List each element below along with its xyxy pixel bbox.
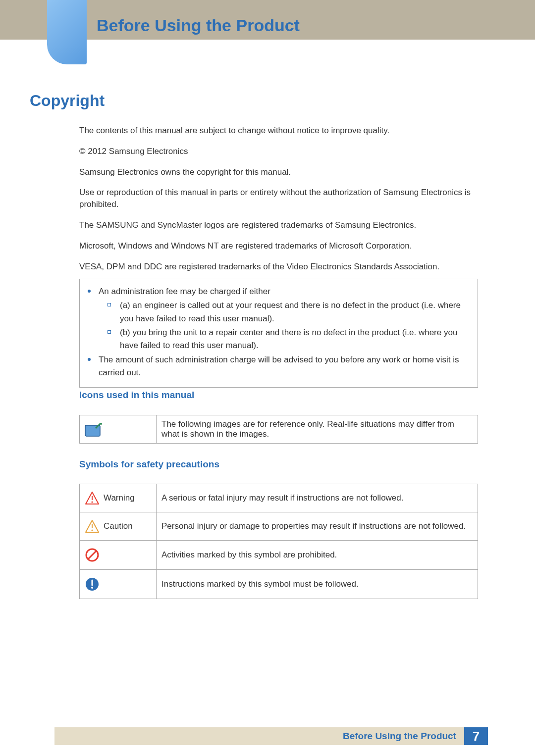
svg-point-11 xyxy=(91,587,93,589)
subheading-symbols: Symbols for safety precautions xyxy=(79,459,219,470)
list-item: (b) you bring the unit to a repair cente… xyxy=(86,326,472,353)
list-item: An administration fee may be charged if … xyxy=(86,285,472,298)
must-follow-icon xyxy=(85,577,100,592)
symbol-label: Warning xyxy=(104,493,135,503)
paragraph: VESA, DPM and DDC are registered tradema… xyxy=(79,261,478,273)
table-row: Instructions marked by this symbol must … xyxy=(80,570,478,599)
paragraph: The SAMSUNG and SyncMaster logos are reg… xyxy=(79,219,478,231)
paragraph: Samsung Electronics owns the copyright f… xyxy=(79,166,478,178)
list-item-text: An administration fee may be charged if … xyxy=(99,285,472,298)
icons-table: The following images are for reference o… xyxy=(79,415,478,444)
chapter-tab-decoration xyxy=(47,0,87,64)
icon-cell xyxy=(80,570,157,599)
paragraph: Microsoft, Windows and Windows NT are re… xyxy=(79,240,478,252)
list-item: (a) an engineer is called out at your re… xyxy=(86,299,472,325)
paragraph: The contents of this manual are subject … xyxy=(79,125,478,137)
list-item-text: (a) an engineer is called out at your re… xyxy=(120,299,472,325)
table-row: The following images are for reference o… xyxy=(80,415,478,444)
subheading-icons-used: Icons used in this manual xyxy=(79,390,194,401)
note-icon xyxy=(85,422,151,437)
symbol-desc: Instructions marked by this symbol must … xyxy=(157,570,478,599)
symbol-desc: Personal injury or damage to properties … xyxy=(157,512,478,541)
icon-desc: The following images are for reference o… xyxy=(157,415,478,444)
chapter-title: Before Using the Product xyxy=(97,16,300,35)
footer-chapter-title: Before Using the Product xyxy=(343,731,464,742)
table-row: Caution Personal injury or damage to pro… xyxy=(80,512,478,541)
list-item: The amount of such administration charge… xyxy=(86,353,472,380)
section-title-copyright: Copyright xyxy=(30,92,105,110)
icon-cell xyxy=(80,415,157,444)
svg-point-2 xyxy=(100,423,102,425)
svg-point-6 xyxy=(91,529,93,531)
list-item-text: (b) you bring the unit to a repair cente… xyxy=(120,326,472,353)
symbol-label: Caution xyxy=(104,521,133,531)
symbol-desc: A serious or fatal injury may result if … xyxy=(157,484,478,512)
caution-icon xyxy=(85,519,100,533)
admin-fee-box: An administration fee may be charged if … xyxy=(79,279,478,388)
sub-bullet-icon xyxy=(107,303,111,306)
symbol-desc: Activities marked by this symbol are pro… xyxy=(157,541,478,570)
icon-cell: Warning xyxy=(80,484,157,512)
icon-cell: Caution xyxy=(80,512,157,541)
footer-bar: Before Using the Product 7 xyxy=(54,727,488,745)
paragraph: Use or reproduction of this manual in pa… xyxy=(79,187,478,210)
sub-bullet-icon xyxy=(107,330,111,334)
icon-cell xyxy=(80,541,157,570)
warning-icon xyxy=(85,491,100,505)
svg-line-8 xyxy=(88,551,96,559)
table-row: Activities marked by this symbol are pro… xyxy=(80,541,478,570)
bullet-icon xyxy=(88,290,91,293)
paragraph: © 2012 Samsung Electronics xyxy=(79,146,478,157)
symbols-table: Warning A serious or fatal injury may re… xyxy=(79,484,478,599)
table-row: Warning A serious or fatal injury may re… xyxy=(80,484,478,512)
svg-point-4 xyxy=(91,501,93,503)
prohibit-icon xyxy=(85,548,100,562)
list-item-text: The amount of such administration charge… xyxy=(99,353,472,380)
page-number: 7 xyxy=(464,727,488,745)
bullet-icon xyxy=(88,358,91,361)
copyright-body: The contents of this manual are subject … xyxy=(79,125,478,281)
